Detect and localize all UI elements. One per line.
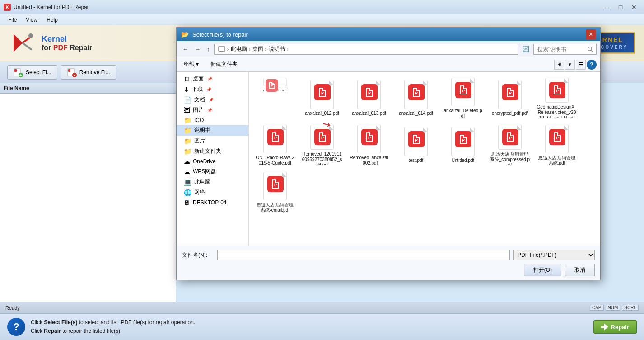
breadcrumb-desktop[interactable]: 桌面 [252,45,263,53]
nav-label-onedrive: OneDrive [193,158,216,165]
help-button[interactable]: ? [587,60,597,70]
file-item-3[interactable]: P anxaizai_Deleted.pdf [440,76,485,121]
file-grid: P covered.pdf P anxaizai_012.pdf [249,72,600,246]
refresh-button[interactable]: 🔄 [520,44,532,54]
file-item-4[interactable]: P encrypted_pdf.pdf [487,76,532,121]
downloads-icon: ⬇ [184,86,189,93]
help-text: Click Select File(s) to select and list … [31,318,195,335]
footer-buttons: 打开(O) 取消 [182,264,595,276]
title-bar: K Untitled - Kernel for PDF Repair — □ ✕ [0,0,644,14]
filename-input[interactable] [217,250,510,260]
dialog-address-bar: ← → ↑ › 此电脑 › 桌面 › 说明书 › 🔄 [177,41,600,57]
filetype-select[interactable]: PDF File(*.PDF) [513,250,595,260]
details-view-button[interactable]: ☰ [576,60,586,70]
close-button[interactable]: ✕ [628,2,640,12]
menu-bar: File View Help [0,14,644,25]
menu-file[interactable]: File [4,16,21,24]
remove-files-label: Remove Fi... [79,69,110,76]
file-item-covered[interactable]: P covered.pdf [252,76,298,94]
repair-label: Repair [611,324,629,331]
nav-item-desktop04[interactable]: 🖥 DESKTOP-04 [177,198,248,208]
nav-item-desktop[interactable]: 🖥 桌面 [177,74,248,84]
file-item-10[interactable]: P Untitled.pdf [440,123,485,168]
svg-text:P: P [271,84,273,87]
organize-button[interactable]: 组织 ▾ [180,60,202,69]
repair-button[interactable]: Repair [593,320,637,334]
up-button[interactable]: ↑ [205,44,212,54]
svg-text:P: P [368,136,371,140]
nav-item-documents[interactable]: 📄 文档 [177,94,248,105]
nav-item-onedrive[interactable]: ☁ OneDrive [177,156,248,166]
file-item-5[interactable]: P GeomagicDesignX_ReleaseNotes_v2019.0.1… [534,76,579,121]
nav-label-newdir: 新建文件夹 [194,147,221,155]
file-item-13[interactable]: P 思迅天店 店铺管理系统-email.pdf [252,170,298,215]
file-name-0: anxaizai_012.pdf [305,111,339,116]
svg-text:P: P [368,91,371,95]
grid-view-button[interactable]: ⊞ [554,60,564,70]
nav-item-network[interactable]: 🌐 网络 [177,187,248,198]
select-files-button[interactable]: + Select Fi... [7,65,57,80]
nav-item-ico[interactable]: 📁 ICO [177,115,248,125]
dialog-close-button[interactable]: ✕ [586,29,596,39]
back-button[interactable]: ← [180,44,191,54]
new-folder-button[interactable]: 新建文件夹 [206,60,242,69]
file-item-9[interactable]: P test.pdf [393,123,439,168]
file-name-4: encrypted_pdf.pdf [492,111,528,116]
svg-point-6 [28,33,33,38]
filename-row: 文件名(N): PDF File(*.PDF) [182,250,595,260]
file-item-2[interactable]: P anxaizai_014.pdf [393,76,439,121]
file-item-11[interactable]: P 思迅天店 店铺管理系统_compressed.pdf [487,123,532,168]
breadcrumb-folder[interactable]: 说明书 [269,45,285,53]
svg-text:P: P [415,138,418,142]
status-text: Ready [5,305,20,311]
svg-text:P: P [509,91,512,95]
svg-rect-8 [14,69,17,72]
file-item-12[interactable]: P 思迅天店 店铺管理系统.pdf [534,123,579,168]
maximize-button[interactable]: □ [614,2,627,12]
nav-item-newdir[interactable]: 📁 新建文件夹 [177,146,248,156]
file-item-1[interactable]: P anxaizai_013.pdf [346,76,392,121]
forward-button[interactable]: → [192,44,203,54]
help-line2: Click Repair to repair the listed file(s… [31,327,195,335]
cancel-button[interactable]: 取消 [565,264,595,276]
open-button[interactable]: 打开(O) [524,264,561,276]
num-indicator: NUM [606,305,621,311]
logo-repair: Repair [68,44,92,52]
file-name-11: 思迅天店 店铺管理系统_compressed.pdf [490,151,530,165]
menu-view[interactable]: View [21,16,42,24]
file-item-0[interactable]: P anxaizai_012.pdf [299,76,345,121]
search-input[interactable] [537,46,586,52]
nav-item-downloads[interactable]: ⬇ 下载 [177,84,248,94]
svg-text:P: P [274,183,277,187]
nav-label-shuomingshu: 说明书 [194,127,210,134]
nav-item-pictures[interactable]: 🖼 图片 [177,105,248,115]
nav-item-shuomingshu[interactable]: 📁 说明书 [177,125,248,136]
breadcrumb-computer[interactable]: 此电脑 [231,45,247,53]
bottom-bar: ? Click Select File(s) to select and lis… [0,313,644,340]
status-bar: Ready CAP NUM SCRL [0,302,644,313]
file-item-7[interactable]: P ➘ Removed_120191160959270380852_split.… [299,123,345,168]
nav-item-tupian[interactable]: 📁 图片 [177,136,248,146]
file-name-2: anxaizai_014.pdf [399,111,433,116]
file-list-content [0,94,176,302]
dialog-toolbar: 组织 ▾ 新建文件夹 ⊞ ▾ ☰ ? [177,57,600,72]
file-item-8[interactable]: P Removed_anxaizai_002.pdf [346,123,392,168]
dialog-footer: 文件名(N): PDF File(*.PDF) 打开(O) 取消 [177,246,600,280]
logo-text-line2: for PDF Repair [42,44,92,52]
svg-text:P: P [556,89,559,93]
logo-text-line1: Kernel [42,34,92,44]
file-item-6[interactable]: P ON1-Photo-RAW-2019-5-Guide.pdf [252,123,298,168]
view-dropdown-button[interactable]: ▾ [565,60,575,70]
minimize-button[interactable]: — [601,2,613,12]
menu-help[interactable]: Help [42,16,62,24]
file-name-5: GeomagicDesignX_ReleaseNotes_v2019.0.1_e… [537,104,577,118]
nav-item-wps[interactable]: ☁ WPS网盘 [177,166,248,177]
search-box[interactable] [533,44,597,55]
remove-files-button[interactable]: - Remove Fi... [61,65,116,80]
wps-icon: ☁ [184,168,190,175]
nav-label-network: 网络 [194,189,205,196]
nav-item-mycomputer[interactable]: 💻 此电脑 [177,177,248,187]
dialog-title-bar: 📂 Select file(s) to repair ✕ [177,28,600,41]
help-circle-icon: ? [7,318,25,336]
tupian-icon: 📁 [184,137,191,145]
